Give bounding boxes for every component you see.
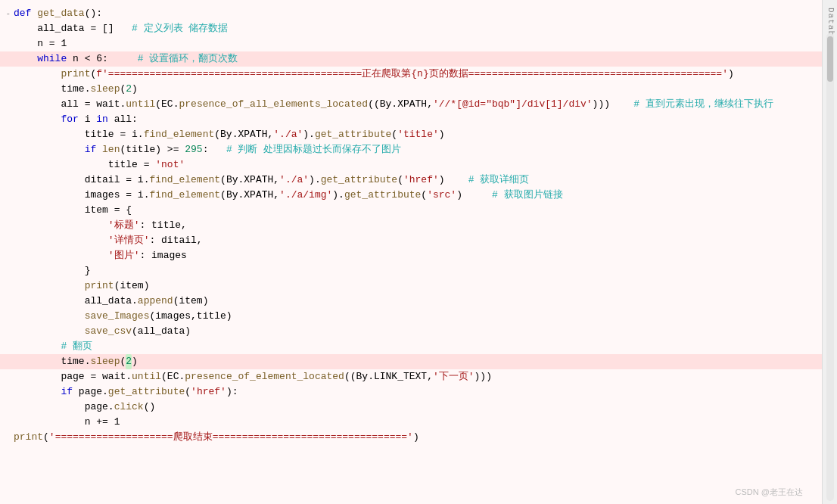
token-var: i: [85, 112, 97, 127]
code-line: title = 'not': [0, 157, 822, 173]
token-comment: # 设置循环，翻页次数: [138, 51, 238, 67]
line-indent: [14, 36, 37, 51]
code-line: n += 1: [0, 415, 822, 430]
token-var: (: [120, 82, 126, 97]
line-indent: [14, 324, 85, 339]
token-str: './a/img': [279, 188, 332, 203]
line-indent: [14, 384, 61, 400]
token-sp: [114, 21, 132, 36]
token-var: ):: [226, 384, 238, 400]
token-var: (item): [114, 278, 150, 294]
token-fn: print: [85, 278, 114, 294]
token-var: ): [132, 82, 138, 97]
token-fn: until: [126, 97, 155, 112]
line-indent: [14, 203, 85, 218]
line-indent: [14, 82, 61, 97]
line-indent: [14, 188, 85, 203]
line-indent: [14, 263, 85, 278]
token-var: ditail = i.: [85, 173, 150, 188]
token-num: 2: [126, 82, 132, 97]
line-indent: [14, 142, 85, 157]
token-str: 'href': [191, 384, 226, 400]
token-fn: save_csv: [85, 324, 132, 339]
token-var: ))): [475, 369, 492, 384]
token-var: n = 1: [37, 36, 67, 51]
token-fn: append: [138, 294, 173, 309]
line-indent: [14, 233, 108, 248]
token-str: '标题': [108, 218, 140, 233]
code-line: for i in all:: [0, 112, 822, 127]
token-var: n < 6:: [73, 51, 108, 67]
token-str: '下一页': [433, 369, 475, 384]
token-var: time.: [61, 82, 90, 97]
token-sp: [610, 97, 633, 112]
code-line: page.click(): [0, 400, 822, 415]
token-var: images = i.: [85, 188, 150, 203]
token-var: (By.XPATH,: [220, 188, 279, 203]
line-indent: [14, 173, 85, 188]
token-var: ():: [85, 6, 102, 21]
token-var: (all_data): [132, 324, 191, 339]
code-line: -def get_data():: [0, 6, 822, 21]
line-indent: [14, 218, 108, 233]
line-gutter: -: [0, 6, 14, 21]
token-var: ((By.XPATH,: [368, 97, 433, 112]
token-kw: def: [14, 6, 37, 21]
token-comment: # 定义列表 储存数据: [132, 21, 228, 36]
token-var: all = wait.: [61, 97, 126, 112]
line-indent: [14, 21, 37, 36]
token-var: : title,: [139, 218, 186, 233]
token-fn: get_attribute: [344, 188, 421, 203]
token-sp: [462, 188, 492, 203]
token-var: : ditail,: [149, 233, 202, 248]
token-fn: get_attribute: [108, 384, 185, 400]
code-line: save_csv(all_data): [0, 324, 822, 339]
token-var: (item): [173, 294, 209, 309]
token-sp: [108, 51, 138, 67]
token-var: ))): [593, 97, 610, 112]
token-comment: # 获取详细页: [468, 173, 530, 188]
code-line: save_Images(images,title): [0, 309, 822, 324]
line-indent: [14, 97, 61, 112]
code-line: if page.get_attribute('href'):: [0, 384, 822, 400]
token-fn: save_Images: [85, 309, 150, 324]
token-var: (: [421, 188, 427, 203]
token-comment: # 翻页: [61, 339, 92, 354]
token-str: 'not': [155, 157, 185, 173]
token-var: : images: [139, 248, 186, 263]
token-var: ((By.LINK_TEXT,: [344, 369, 433, 384]
token-str: 'title': [397, 127, 439, 142]
line-indent: [14, 415, 85, 430]
token-var: title =: [108, 157, 155, 173]
token-str: './a': [279, 173, 309, 188]
code-content[interactable]: -def get_data(): all_data = [] # 定义列表 储存…: [0, 0, 822, 504]
line-indent: [14, 278, 85, 294]
line-indent: [14, 67, 61, 82]
token-var: page = wait.: [61, 369, 132, 384]
code-editor: -def get_data(): all_data = [] # 定义列表 储存…: [0, 0, 822, 504]
token-var: ).: [332, 188, 344, 203]
token-var: (: [185, 384, 191, 400]
token-comment: # 获取图片链接: [492, 188, 563, 203]
token-fn: get_attribute: [321, 173, 397, 188]
scrollbar-track[interactable]: [826, 33, 834, 501]
token-kw: if: [61, 384, 78, 400]
token-str: '====================爬取结束===============…: [49, 430, 413, 445]
code-line: '图片': images: [0, 248, 822, 263]
token-kw: while: [37, 51, 73, 67]
token-fn: get_data: [37, 6, 84, 21]
token-kw: in: [96, 112, 108, 127]
line-indent: [14, 309, 85, 324]
token-var: n += 1: [85, 415, 120, 430]
token-fn: sleep: [90, 82, 120, 97]
token-var: all_data.: [85, 294, 138, 309]
token-fn: print: [14, 430, 43, 445]
token-str: '//*[@id="bqb"]/div[1]/div': [433, 97, 593, 112]
watermark: CSDN @老王在达: [736, 487, 803, 498]
token-var: ): [439, 127, 445, 142]
line-indent: [14, 127, 85, 142]
token-num: 295: [185, 142, 202, 157]
token-var: ): [439, 173, 445, 188]
scrollbar-thumb[interactable]: [827, 36, 833, 82]
token-var: (: [397, 173, 403, 188]
